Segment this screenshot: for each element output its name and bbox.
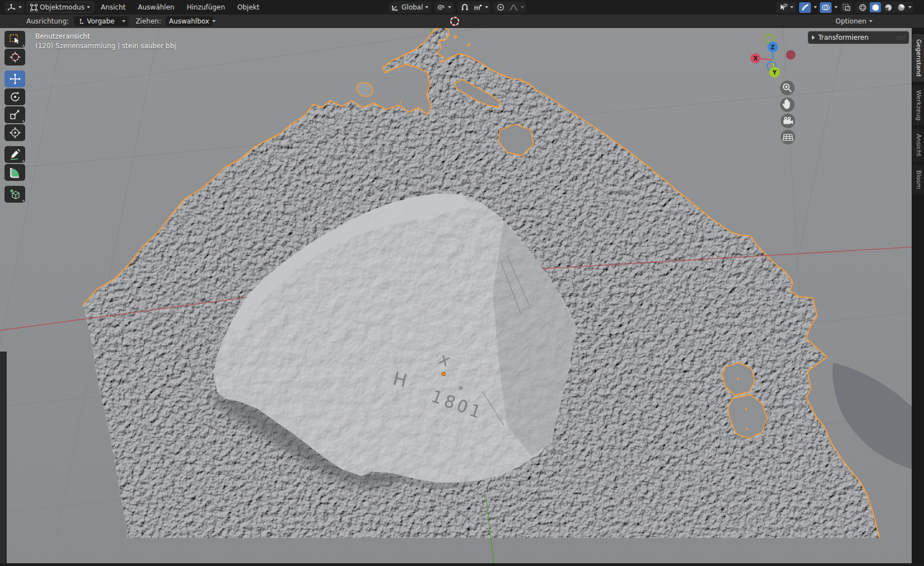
tool-transform[interactable]	[4, 124, 25, 141]
drag-field-label: Ziehen:	[136, 17, 161, 25]
falloff-select[interactable]	[508, 2, 519, 12]
tool-annotate[interactable]	[4, 146, 25, 163]
panel-expand-arrow-icon	[812, 35, 815, 40]
orientation-field-label: Ausrichtung:	[26, 17, 69, 25]
tab-werkzeug[interactable]: Werkzeug	[912, 85, 924, 125]
object-origin-dot	[442, 372, 445, 376]
sidebar-tab-strip: Gegenstand Werkzeug Ansicht Blosm	[912, 28, 924, 566]
xray-toggle[interactable]	[841, 2, 852, 13]
grid-button[interactable]	[781, 130, 795, 144]
menu-objekt[interactable]: Objekt	[232, 2, 264, 13]
transform-panel-header[interactable]: Transformieren ∷∷	[808, 31, 909, 44]
tab-ansicht[interactable]: Ansicht	[912, 129, 924, 162]
gizmo-chevron-icon[interactable]	[814, 6, 817, 8]
tab-gegenstand[interactable]: Gegenstand	[912, 34, 924, 82]
tool-move[interactable]	[4, 71, 25, 87]
tool-rotate[interactable]	[4, 88, 25, 105]
viewport-header: Objektmodus Ansicht Auswählen Hinzufügen…	[0, 0, 924, 15]
rendered-shading-icon	[897, 3, 906, 12]
mode-select-label: Objektmodus	[40, 3, 85, 11]
editor-type-chevron-icon	[18, 6, 22, 8]
cursor-tool-icon	[9, 51, 21, 63]
annotate-pencil-icon	[9, 148, 21, 161]
orientation-dropdown[interactable]: Vorgabe	[74, 16, 129, 26]
collection-info: (120) Szenensammlung | stein sauber bbj	[35, 41, 176, 51]
panel-grip-icon[interactable]: ∷∷	[897, 35, 905, 41]
snap-chevron-icon	[485, 6, 488, 8]
orientation-value: Vorgabe	[87, 17, 114, 25]
gizmo-label-z: Z	[771, 44, 774, 50]
zoom-button[interactable]	[780, 81, 795, 95]
snap-with-select[interactable]	[472, 2, 483, 12]
tool-cursor[interactable]	[4, 49, 25, 66]
tool-scale[interactable]	[4, 106, 25, 123]
selectability-visibility-select[interactable]	[776, 2, 796, 13]
editor-type-3d-viewport-icon	[7, 3, 16, 11]
overlays-chevron-icon[interactable]	[834, 6, 838, 8]
rotate-tool-icon	[9, 91, 21, 103]
xray-icon	[842, 3, 851, 11]
viewport-3d[interactable]: x H 1801 X	[0, 0, 924, 566]
gizmo-toggle-icon	[801, 3, 809, 11]
mode-select-chevron-icon	[87, 6, 90, 8]
orientation-default-icon	[77, 18, 84, 25]
window-edge-left	[0, 352, 7, 566]
show-gizmo-toggle[interactable]	[799, 2, 811, 13]
snap-group	[458, 2, 490, 13]
blender-window: x H 1801 X	[0, 0, 924, 566]
tab-blosm[interactable]: Blosm	[912, 165, 924, 194]
orientation-field-chevron-icon	[122, 20, 125, 22]
gizmo-label-x: X	[753, 55, 758, 62]
transform-tool-icon	[9, 127, 21, 139]
wireframe-icon	[858, 3, 867, 12]
menu-auswaehlen[interactable]: Auswählen	[133, 2, 179, 13]
pivot-point-icon	[437, 3, 446, 11]
falloff-curve-icon	[509, 4, 518, 11]
shading-mode-group	[855, 2, 913, 13]
object-mode-icon	[30, 4, 38, 11]
shading-chevron-icon[interactable]	[908, 6, 912, 8]
solid-shading-icon	[871, 3, 880, 12]
transform-orientation-select[interactable]: Global	[389, 2, 431, 13]
view-name: Benutzeransicht	[35, 32, 176, 41]
tool-measure[interactable]	[4, 164, 25, 181]
proportional-edit-group	[493, 2, 526, 13]
gizmo-axis-neg-x[interactable]	[786, 50, 796, 60]
mode-select[interactable]: Objektmodus	[27, 2, 94, 13]
drag-field-chevron-icon	[212, 20, 216, 22]
proportional-edit-icon	[497, 3, 505, 11]
snap-increment-icon	[474, 4, 482, 11]
show-overlays-toggle[interactable]	[820, 2, 832, 13]
orientation-label: Global	[402, 3, 423, 11]
shading-rendered-button[interactable]	[895, 2, 907, 12]
drag-value: Auswahlbox	[169, 17, 209, 25]
magnet-icon	[461, 3, 469, 11]
drag-dropdown[interactable]: Auswahlbox	[166, 16, 213, 26]
selectability-chevron-icon	[790, 6, 794, 8]
cursor-3d	[447, 15, 463, 29]
pivot-point-select[interactable]	[435, 2, 454, 13]
options-label: Optionen	[836, 17, 866, 25]
pan-button[interactable]	[780, 97, 795, 112]
falloff-chevron-icon	[521, 6, 524, 8]
camera-button[interactable]	[781, 114, 795, 128]
scale-tool-icon	[9, 109, 21, 121]
shading-wireframe-button[interactable]	[857, 2, 868, 12]
viewport-info-text: Benutzeransicht (120) Szenensammlung | s…	[35, 32, 176, 51]
shading-material-button[interactable]	[883, 2, 894, 12]
options-button[interactable]: Optionen	[836, 17, 872, 25]
menu-hinzufuegen[interactable]: Hinzufügen	[181, 2, 230, 13]
panel-title: Transformieren	[818, 34, 869, 41]
overlays-icon	[822, 4, 830, 11]
editor-type-button[interactable]	[4, 2, 25, 13]
shading-solid-button[interactable]	[870, 2, 881, 12]
tool-shelf	[4, 31, 25, 204]
snap-toggle[interactable]	[459, 2, 470, 12]
tool-add-cube[interactable]	[4, 186, 25, 203]
add-cube-icon	[9, 188, 21, 200]
menu-ansicht[interactable]: Ansicht	[96, 2, 130, 13]
tool-select-box[interactable]	[4, 31, 25, 48]
select-box-icon	[9, 34, 21, 45]
proportional-edit-toggle[interactable]	[495, 2, 506, 12]
options-chevron-icon	[869, 20, 872, 22]
